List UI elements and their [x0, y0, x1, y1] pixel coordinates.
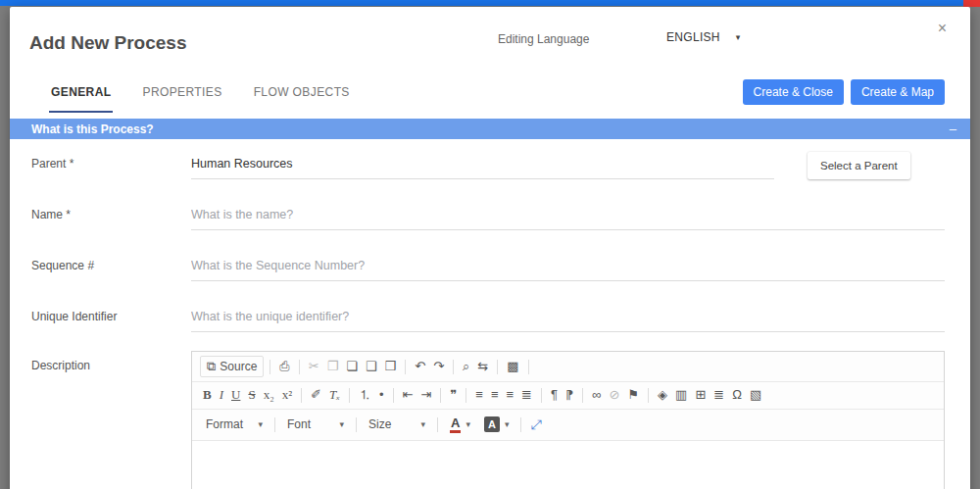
blockquote-icon[interactable]: ❞ [447, 386, 460, 404]
text-color-icon: A [450, 416, 461, 433]
print-icon[interactable]: ⎙ [276, 358, 292, 375]
maximize-icon[interactable]: ⤢ [527, 416, 544, 434]
create-and-close-button[interactable]: Create & Close [743, 79, 844, 105]
align-justify-icon[interactable]: ≣ [518, 386, 535, 404]
tab-bar: GENERAL PROPERTIES FLOW OBJECTS [49, 75, 352, 113]
image-icon[interactable]: ▧ [747, 386, 764, 404]
tab-flow-objects[interactable]: FLOW OBJECTS [252, 75, 352, 113]
paste-icon[interactable]: ❏ [343, 358, 361, 375]
chevron-down-icon: ▾ [736, 32, 741, 42]
align-center-icon[interactable]: ≡ [488, 386, 502, 404]
increase-indent-icon[interactable]: ⇥ [417, 386, 434, 404]
find-icon[interactable]: ⌕ [460, 358, 472, 375]
unlink-icon-glyph: ⊘ [610, 388, 620, 402]
anchor-icon[interactable]: ⚑ [624, 386, 642, 404]
parent-row: Parent * Select a Parent [31, 147, 945, 179]
font-dropdown[interactable]: Font ▾ [282, 415, 349, 434]
create-and-map-button[interactable]: Create & Map [851, 79, 945, 105]
tab-properties[interactable]: PROPERTIES [140, 75, 223, 113]
table-icon-glyph: ⊞ [695, 388, 706, 402]
toolbar-separator [466, 388, 466, 403]
decrease-indent-icon[interactable]: ⇤ [400, 386, 416, 404]
editor-toolbar-row3: Format ▾ Font ▾ Size ▾ A [192, 410, 944, 441]
collapse-icon[interactable]: – [950, 122, 956, 136]
language-select[interactable]: ENGLISH ▾ [666, 30, 741, 44]
remove-format-icon[interactable]: Tₓ [326, 386, 343, 404]
name-row: Name * [31, 198, 945, 230]
unique-identifier-input[interactable] [191, 304, 945, 332]
toolbar-separator [528, 360, 529, 374]
bulleted-list-icon[interactable]: • [376, 386, 387, 404]
size-dropdown-label: Size [368, 417, 391, 431]
iframe-icon[interactable]: ▥ [672, 386, 690, 404]
select-all-icon-glyph: ▩ [507, 360, 518, 373]
tab-general[interactable]: GENERAL [49, 75, 113, 113]
unique-identifier-label: Unique Identifier [31, 310, 191, 332]
toolbar-separator [356, 417, 357, 432]
add-new-process-dialog: Add New Process Editing Language ENGLISH… [10, 7, 970, 489]
source-button[interactable]: ⧉Source [200, 356, 264, 377]
italic-button[interactable]: I [217, 386, 226, 404]
name-input[interactable] [191, 202, 945, 230]
chevron-down-icon: ▾ [407, 419, 425, 429]
background-color-button[interactable]: A ▾ [480, 415, 513, 434]
redo-icon[interactable]: ↷ [430, 358, 447, 375]
copy-icon[interactable]: ❐ [324, 358, 342, 375]
link-icon-glyph: ∞ [592, 388, 601, 402]
format-dropdown[interactable]: Format ▾ [201, 415, 268, 434]
align-right-icon[interactable]: ≡ [504, 386, 517, 404]
paste-word-icon[interactable]: ❒ [382, 358, 400, 375]
sequence-input[interactable] [191, 253, 945, 281]
paste-text-icon[interactable]: ❑ [363, 358, 380, 375]
text-color-button[interactable]: A ▾ [446, 415, 474, 435]
bold-button[interactable]: B [200, 386, 215, 404]
description-row: Description ⧉Source⎙✂❐❏❑❒↶↷⌕⇆▩ BIUSx₂x²✐… [31, 351, 945, 489]
select-parent-button[interactable]: Select a Parent [808, 152, 910, 179]
underline-button[interactable]: U [228, 386, 243, 404]
size-dropdown[interactable]: Size ▾ [364, 415, 430, 434]
background-color-icon: A [484, 416, 500, 432]
parent-label: Parent * [31, 157, 191, 179]
strikethrough-button-glyph: S [248, 388, 255, 402]
subscript-button[interactable]: x₂ [261, 386, 277, 404]
toolbar-separator [270, 360, 270, 374]
select-all-icon[interactable]: ▩ [504, 358, 521, 375]
editor-content-area[interactable] [192, 441, 944, 489]
close-icon[interactable]: × [938, 21, 947, 36]
description-label: Description [31, 351, 191, 381]
subscript-button-glyph: x₂ [264, 388, 274, 402]
anchor-icon-glyph: ⚑ [627, 388, 639, 402]
table-icon[interactable]: ⊞ [692, 386, 709, 404]
chevron-down-icon: ▾ [466, 419, 470, 429]
superscript-button[interactable]: x² [279, 386, 295, 404]
text-direction-ltr-icon[interactable]: ¶ [548, 386, 561, 404]
special-character-icon[interactable]: Ω [729, 386, 745, 404]
media-icon[interactable]: ◈ [655, 386, 670, 404]
toolbar-separator [648, 388, 649, 403]
copy-formatting-icon-glyph: ✐ [311, 388, 321, 402]
align-justify-icon-glyph: ≣ [521, 388, 532, 402]
numbered-list-icon[interactable]: ⒈ [356, 386, 374, 404]
parent-input[interactable] [191, 151, 774, 179]
increase-indent-icon-glyph: ⇥ [420, 388, 431, 402]
toolbar-separator [274, 417, 275, 432]
dialog-header: Add New Process Editing Language ENGLISH… [10, 7, 970, 66]
align-center-icon-glyph: ≡ [491, 388, 499, 402]
replace-icon[interactable]: ⇆ [474, 358, 491, 375]
page-break-icon[interactable]: ≣ [710, 386, 727, 404]
background-red-badge [963, 0, 980, 7]
unlink-icon[interactable]: ⊘ [607, 386, 623, 404]
toolbar-separator [582, 388, 583, 403]
cut-icon[interactable]: ✂ [306, 358, 322, 375]
toolbar-separator [437, 417, 438, 432]
redo-icon-glyph: ↷ [433, 360, 444, 373]
align-right-icon-glyph: ≡ [507, 388, 514, 402]
text-direction-rtl-icon[interactable]: ⁋ [563, 386, 576, 404]
link-icon[interactable]: ∞ [589, 386, 604, 404]
copy-formatting-icon[interactable]: ✐ [308, 386, 324, 404]
align-left-icon[interactable]: ≡ [472, 386, 486, 404]
blockquote-icon-glyph: ❞ [450, 388, 457, 402]
strikethrough-button[interactable]: S [245, 386, 258, 404]
undo-icon[interactable]: ↶ [412, 358, 428, 375]
toolbar-separator [349, 388, 350, 403]
